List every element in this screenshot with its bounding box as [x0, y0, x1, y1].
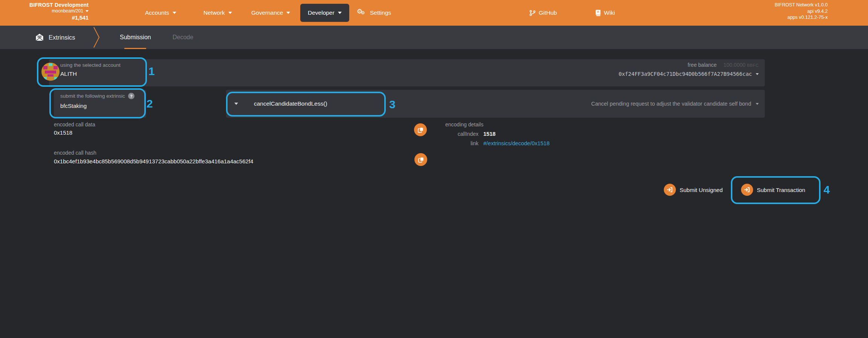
endpoint-label: moonbeam/201	[52, 9, 83, 14]
extrinsics-page: BIFROST Development moonbeam/201 #1,541 …	[0, 0, 868, 338]
endpoint-selector[interactable]: moonbeam/201	[0, 9, 89, 14]
api-version: api v9.4.2	[775, 8, 828, 15]
section-value: bfcStaking	[60, 103, 146, 109]
extrinsic-field-label: submit the following extrinsic	[60, 93, 125, 99]
nav-governance-label: Governance	[251, 9, 283, 16]
chevron-down-icon	[338, 12, 342, 14]
active-tab-underline	[124, 48, 146, 49]
tab-separator-chevron	[93, 26, 102, 49]
help-icon[interactable]: ?	[128, 93, 134, 99]
top-header: BIFROST Development moonbeam/201 #1,541 …	[0, 0, 868, 26]
nav-network-label: Network	[203, 9, 225, 16]
balance-block: free balance 100.0000 BBFC 0xf24FF3a9CF0…	[619, 62, 759, 77]
annotation-number-2: 2	[147, 97, 153, 110]
nav-accounts-label: Accounts	[145, 9, 169, 16]
gear-icon: ⚙⚙	[357, 9, 367, 17]
tab-decode[interactable]: Decode	[173, 26, 193, 49]
call-index-label: callIndex	[441, 131, 478, 137]
submit-transaction-button[interactable]: Submit Transaction	[741, 184, 805, 196]
sign-in-icon	[664, 184, 676, 196]
decode-link[interactable]: #/extrinsics/decode/0x1518	[483, 140, 550, 146]
tab-bar: Extrinsics Submission Decode	[0, 26, 868, 49]
call-hash-label: encoded call hash	[54, 150, 96, 156]
encoding-details: encoding details callIndex 1518 link #/e…	[441, 121, 550, 146]
free-balance-value: 100.0000 BBFC	[723, 62, 759, 68]
account-row: using the selected account ALITH free ba…	[49, 59, 765, 86]
nav-settings-label: Settings	[370, 9, 391, 16]
account-identicon-avatar[interactable]	[41, 63, 60, 81]
call-index-value: 1518	[483, 131, 495, 137]
chevron-down-icon	[756, 73, 759, 75]
chevron-down-icon	[286, 12, 290, 14]
tab-submission-label: Submission	[120, 34, 151, 41]
code-branch-icon	[529, 10, 536, 16]
nav-developer-label: Developer	[308, 9, 335, 16]
submit-unsigned-label: Submit Unsigned	[680, 187, 723, 193]
copy-call-data-button[interactable]	[414, 123, 427, 136]
decode-link-label: link	[441, 140, 478, 146]
link-wiki[interactable]: Wiki	[595, 0, 615, 26]
nav-developer[interactable]: Developer	[300, 4, 349, 22]
method-description-text: Cancel pending request to adjust the val…	[591, 101, 751, 107]
call-data-value: 0x1518	[54, 129, 72, 136]
nav-governance[interactable]: Governance	[251, 0, 290, 26]
tab-submission[interactable]: Submission	[120, 26, 151, 49]
wiki-label: Wiki	[604, 9, 615, 16]
chevron-down-icon	[173, 12, 176, 14]
method-value: cancelCandidateBondLess()	[254, 100, 327, 107]
selected-account[interactable]: using the selected account ALITH	[60, 62, 121, 77]
link-github[interactable]: GitHub	[529, 0, 557, 26]
network-selector[interactable]: BIFROST Development moonbeam/201 #1,541	[0, 2, 89, 21]
annotation-number-4: 4	[824, 183, 830, 196]
method-description: Cancel pending request to adjust the val…	[591, 90, 759, 118]
section-title: Extrinsics	[35, 26, 75, 49]
extrinsic-method-dropdown[interactable]: cancelCandidateBondLess() Cancel pending…	[226, 90, 765, 118]
sign-in-icon	[741, 184, 753, 196]
submit-transaction-label: Submit Transaction	[757, 187, 805, 193]
call-data-label: encoded call data	[54, 121, 95, 128]
copy-icon	[418, 157, 424, 163]
chevron-down-icon[interactable]	[756, 103, 759, 105]
account-name: ALITH	[60, 71, 121, 77]
book-icon	[595, 10, 601, 16]
apps-version: apps v0.121.2-75-x	[775, 14, 828, 21]
nav-accounts[interactable]: Accounts	[145, 0, 176, 26]
copy-call-hash-button[interactable]	[414, 153, 427, 166]
chevron-down-icon	[86, 10, 89, 12]
block-number: #1,541	[0, 15, 89, 21]
extrinsic-section-dropdown[interactable]: submit the following extrinsic ? bfcStak…	[54, 90, 146, 118]
free-balance-label: free balance	[688, 62, 717, 68]
network-name: BIFROST Development	[0, 2, 89, 8]
tab-decode-label: Decode	[173, 34, 193, 41]
section-title-label: Extrinsics	[49, 34, 75, 41]
version-info: BIFROST Network v1.0.0 api v9.4.2 apps v…	[775, 2, 828, 21]
runtime-version: BIFROST Network v1.0.0	[775, 2, 828, 8]
call-hash-value: 0x1bc4ef1b93e4bc85b569008d5b94913723cabb…	[54, 158, 253, 164]
submit-unsigned-button[interactable]: Submit Unsigned	[664, 184, 723, 196]
github-label: GitHub	[539, 9, 557, 16]
nav-settings[interactable]: ⚙⚙ Settings	[357, 0, 391, 26]
nav-network[interactable]: Network	[203, 0, 232, 26]
encoding-details-label: encoding details	[445, 121, 550, 128]
chevron-down-icon	[228, 12, 232, 14]
account-field-label: using the selected account	[60, 62, 121, 68]
extrinsics-icon	[35, 33, 44, 41]
account-address-dropdown[interactable]: 0xf24FF3a9CF04c71Dbc94D0b566f7A27B94566c…	[619, 71, 759, 77]
chevron-down-icon	[234, 103, 238, 105]
account-address: 0xf24FF3a9CF04c71Dbc94D0b566f7A27B94566c…	[619, 71, 752, 77]
copy-icon	[417, 127, 424, 133]
